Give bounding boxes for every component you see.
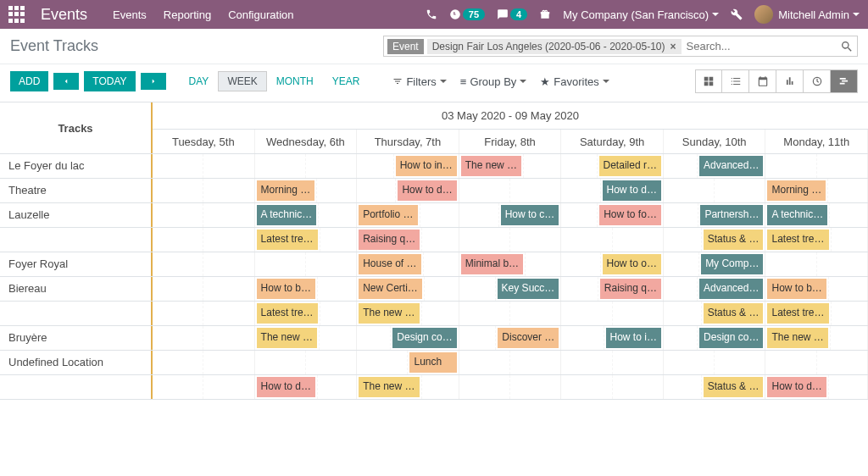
- view-kanban[interactable]: [695, 69, 722, 93]
- gantt-cell[interactable]: How to d…: [561, 179, 664, 202]
- gantt-cell[interactable]: Raising q…: [357, 228, 459, 252]
- gantt-cell[interactable]: Design co…: [357, 326, 459, 350]
- gantt-pill[interactable]: Minimal b…: [461, 254, 523, 274]
- timer-indicator[interactable]: 75: [449, 8, 485, 20]
- gantt-cell[interactable]: [459, 228, 562, 252]
- gantt-pill[interactable]: House of …: [359, 254, 420, 274]
- gantt-pill[interactable]: Raising q…: [359, 230, 420, 250]
- gantt-cell[interactable]: [765, 154, 868, 178]
- view-gantt[interactable]: [831, 69, 858, 93]
- gantt-pill[interactable]: The new …: [359, 303, 419, 324]
- gantt-pill[interactable]: Morning …: [767, 180, 826, 201]
- filters-button[interactable]: Filters: [386, 72, 453, 91]
- gantt-cell[interactable]: Portfolio …: [357, 203, 459, 227]
- gantt-pill[interactable]: Raising q…: [600, 279, 661, 299]
- favorites-button[interactable]: ★Favorites: [533, 72, 615, 91]
- prev-button[interactable]: [53, 73, 79, 90]
- gantt-cell[interactable]: Status & …: [664, 302, 766, 325]
- gantt-pill[interactable]: Portfolio …: [359, 205, 417, 225]
- scale-year[interactable]: YEAR: [323, 71, 370, 91]
- gantt-cell[interactable]: Partnersh…: [664, 203, 766, 227]
- gantt-cell[interactable]: Key Succ…: [459, 277, 562, 301]
- gantt-pill[interactable]: The new …: [767, 328, 827, 348]
- gantt-cell[interactable]: How to c…: [459, 203, 562, 227]
- gantt-pill[interactable]: How to d…: [603, 180, 661, 201]
- gantt-pill[interactable]: How to o…: [603, 254, 661, 274]
- gantt-cell[interactable]: The new …: [357, 375, 459, 399]
- gantt-pill[interactable]: Status & …: [704, 303, 764, 324]
- gantt-pill[interactable]: How to b…: [257, 279, 315, 299]
- phone-icon[interactable]: [426, 8, 437, 20]
- gantt-cell[interactable]: Discover …: [459, 326, 562, 350]
- gantt-cell[interactable]: A technic…: [765, 203, 868, 227]
- gantt-cell[interactable]: Design co…: [664, 326, 766, 350]
- gantt-cell[interactable]: How to d…: [255, 375, 358, 399]
- nav-configuration[interactable]: Configuration: [228, 8, 293, 21]
- debug-icon[interactable]: [731, 8, 743, 20]
- gantt-pill[interactable]: How to fo…: [599, 205, 661, 225]
- gantt-cell[interactable]: Latest tre…: [255, 302, 358, 325]
- gantt-pill[interactable]: Design co…: [699, 328, 763, 348]
- gantt-pill[interactable]: Status & …: [704, 230, 764, 250]
- gantt-pill[interactable]: The new …: [461, 156, 521, 176]
- gantt-cell[interactable]: [765, 351, 868, 374]
- gantt-pill[interactable]: My Comp…: [701, 254, 763, 274]
- gantt-cell[interactable]: Advanced…: [664, 277, 766, 301]
- chat-indicator[interactable]: 4: [497, 8, 527, 20]
- gantt-pill[interactable]: New Certi…: [359, 279, 422, 299]
- view-list[interactable]: [722, 69, 749, 93]
- company-selector[interactable]: My Company (San Francisco): [563, 8, 719, 21]
- gantt-pill[interactable]: Lunch: [409, 352, 456, 373]
- gantt-pill[interactable]: Latest tre…: [257, 230, 318, 250]
- gantt-cell[interactable]: [255, 154, 358, 178]
- today-button[interactable]: TODAY: [84, 71, 135, 91]
- groupby-button[interactable]: ≡Group By: [453, 72, 534, 91]
- gantt-cell[interactable]: New Certi…: [357, 277, 459, 301]
- gantt-cell[interactable]: How to b…: [765, 277, 868, 301]
- gantt-pill[interactable]: The new …: [359, 377, 419, 397]
- gantt-pill[interactable]: Status & …: [704, 377, 764, 397]
- gantt-cell[interactable]: [459, 351, 562, 374]
- gantt-cell[interactable]: Minimal b…: [459, 252, 562, 276]
- gantt-cell[interactable]: House of …: [357, 252, 459, 276]
- gantt-cell[interactable]: [459, 302, 562, 325]
- gantt-pill[interactable]: How to d…: [257, 377, 315, 397]
- gantt-cell[interactable]: How to i…: [561, 326, 664, 350]
- gantt-pill[interactable]: Advanced…: [699, 156, 763, 176]
- gantt-cell[interactable]: How to o…: [561, 252, 664, 276]
- apps-icon[interactable]: [8, 6, 25, 23]
- gantt-cell[interactable]: [561, 228, 664, 252]
- gantt-pill[interactable]: Advanced…: [699, 279, 763, 299]
- gantt-pill[interactable]: How to in…: [396, 156, 457, 176]
- gantt-cell[interactable]: A technic…: [255, 203, 358, 227]
- gantt-cell[interactable]: [561, 302, 664, 325]
- gantt-cell[interactable]: Lunch: [357, 351, 459, 374]
- gantt-pill[interactable]: How to i…: [606, 328, 661, 348]
- gantt-pill[interactable]: Latest tre…: [767, 303, 828, 324]
- gantt-cell[interactable]: The new …: [357, 302, 459, 325]
- gantt-cell[interactable]: Morning …: [255, 179, 358, 202]
- scale-month[interactable]: MONTH: [267, 71, 323, 91]
- gantt-cell[interactable]: Status & …: [664, 375, 766, 399]
- user-menu[interactable]: Mitchell Admin: [754, 5, 860, 24]
- gantt-cell[interactable]: [561, 375, 664, 399]
- gantt-cell[interactable]: [255, 252, 358, 276]
- gantt-pill[interactable]: Latest tre…: [257, 303, 318, 324]
- gantt-cell[interactable]: The new …: [765, 326, 868, 350]
- gantt-pill[interactable]: Partnersh…: [700, 205, 763, 225]
- gantt-cell[interactable]: Advanced…: [664, 154, 766, 178]
- nav-events[interactable]: Events: [113, 8, 147, 21]
- gantt-pill[interactable]: Morning …: [257, 180, 315, 201]
- scale-day[interactable]: DAY: [180, 71, 219, 91]
- gantt-cell[interactable]: Latest tre…: [765, 302, 868, 325]
- gantt-cell[interactable]: Morning …: [765, 179, 868, 202]
- gantt-cell[interactable]: [765, 252, 868, 276]
- gantt-pill[interactable]: How to c…: [501, 205, 559, 225]
- gantt-cell[interactable]: How to d…: [357, 179, 459, 202]
- view-activity[interactable]: [804, 69, 831, 93]
- view-calendar[interactable]: [749, 69, 776, 93]
- gantt-cell[interactable]: [664, 179, 766, 202]
- gantt-cell[interactable]: The new …: [255, 326, 358, 350]
- gantt-cell[interactable]: The new …: [459, 154, 562, 178]
- gift-icon[interactable]: [539, 8, 551, 20]
